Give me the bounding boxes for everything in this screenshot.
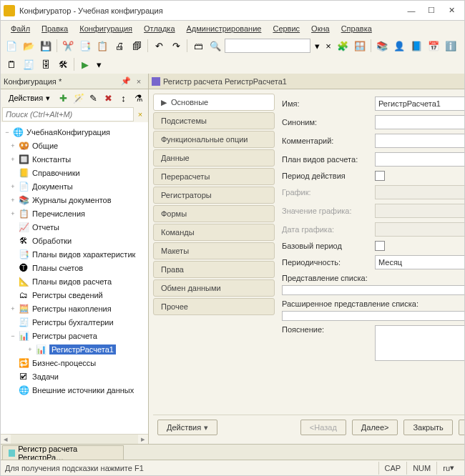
calc-plan-input[interactable] [375, 152, 465, 167]
tree-item-selected[interactable]: +📊РегистрРасчета1 [1, 342, 148, 356]
expander-icon[interactable]: + [8, 197, 18, 204]
list-repr-input[interactable] [282, 285, 465, 295]
search-icon[interactable]: 🔍 [207, 39, 223, 53]
property-tab[interactable]: Обмен данными [153, 279, 275, 297]
panel-pin-icon[interactable]: 📌 [119, 76, 132, 87]
menu-service[interactable]: Сервис [268, 23, 304, 34]
run-icon[interactable]: ▶ [77, 57, 93, 71]
property-tab[interactable]: Формы [153, 205, 275, 222]
property-tab[interactable]: Права [153, 261, 275, 278]
filter-icon[interactable]: ⚗ [132, 91, 145, 105]
property-tab[interactable]: Команды [153, 224, 275, 241]
edit-icon[interactable]: ✎ [87, 91, 100, 105]
tree-item[interactable]: +🧮Регистры накопления [1, 302, 148, 315]
document-tab[interactable]: Регистр расчета РегистрРа… [2, 445, 124, 460]
tree-item[interactable]: 🌐Внешние источники данных [1, 383, 148, 397]
books-icon[interactable]: 📚 [374, 39, 390, 53]
minimize-button[interactable]: — [401, 3, 421, 19]
save-icon[interactable]: 💾 [38, 39, 54, 53]
menu-debug[interactable]: Отладка [140, 23, 179, 34]
tree-search-input[interactable] [2, 107, 134, 122]
up-down-icon[interactable]: ↕ [117, 91, 130, 105]
actions-button[interactable]: Действия ▾ [4, 91, 55, 105]
hscrollbar[interactable]: ◂ ▸ [1, 434, 148, 444]
menu-windows[interactable]: Окна [307, 23, 334, 34]
tree-item[interactable]: 🗂Регистры сведений [1, 288, 148, 302]
tree-item[interactable]: +📄Документы [1, 179, 148, 193]
config-tree[interactable]: − 🌐 УчебнаяКонфигурация +🥨Общие+🔲Констан… [1, 122, 148, 434]
menu-help[interactable]: Справка [337, 23, 376, 34]
tree-item[interactable]: 🅣Планы счетов [1, 261, 148, 274]
close-button[interactable]: Закрыть [403, 420, 452, 435]
action-period-checkbox[interactable] [375, 171, 385, 181]
property-tab[interactable]: Функциональные опции [153, 131, 275, 148]
expander-icon[interactable]: + [8, 183, 18, 190]
run-dropdown-icon[interactable]: ▾ [94, 57, 103, 71]
list-icon[interactable]: 🗒 [4, 57, 19, 71]
next-button[interactable]: Далее> [352, 420, 398, 435]
panel-close-icon[interactable]: × [132, 76, 145, 87]
ext-repr-input[interactable] [282, 311, 465, 321]
name-input[interactable] [375, 96, 465, 111]
tree-item[interactable]: 🧾Регистры бухгалтерии [1, 315, 148, 329]
expander-icon[interactable]: − [2, 129, 12, 136]
tree-item[interactable]: +📋Перечисления [1, 207, 148, 220]
table-icon[interactable]: 🧾 [21, 57, 36, 71]
close-button[interactable]: ✕ [441, 3, 461, 19]
copy-icon[interactable]: 📑 [77, 39, 93, 53]
syntax-icon[interactable]: 📘 [408, 39, 424, 53]
expander-icon[interactable]: + [8, 142, 18, 149]
compare-icon[interactable]: 🪟 [352, 39, 368, 53]
cut-icon[interactable]: ✂️ [60, 39, 76, 53]
add-icon[interactable]: ✚ [57, 91, 70, 105]
tree-item[interactable]: 📒Справочники [1, 166, 148, 179]
print-icon[interactable]: 🖨 [112, 39, 127, 53]
tree-item[interactable]: 🗹Задачи [1, 370, 148, 383]
menu-file[interactable]: Файл [6, 23, 34, 34]
tools-icon[interactable]: 🛠 [55, 57, 71, 71]
calendar-icon[interactable]: 📅 [426, 39, 441, 53]
tree-root[interactable]: − 🌐 УчебнаяКонфигурация [1, 125, 148, 139]
help-button[interactable]: Справка [459, 420, 465, 435]
tree-item[interactable]: 📑Планы видов характеристик [1, 247, 148, 261]
dropdown-icon[interactable]: ▾ [312, 39, 322, 53]
new-icon[interactable]: 📄 [4, 39, 19, 53]
config-icon[interactable]: 🧩 [335, 39, 351, 53]
menu-admin[interactable]: Администрирование [182, 23, 266, 34]
undo-icon[interactable]: ↶ [151, 39, 167, 53]
folder-find-icon[interactable]: 🗃 [190, 39, 206, 53]
info-icon[interactable]: ℹ️ [443, 39, 459, 53]
lang-indicator[interactable]: ru ▾ [436, 462, 460, 475]
expander-icon[interactable]: + [8, 305, 18, 312]
expander-icon[interactable]: + [25, 346, 35, 353]
redo-icon[interactable]: ↷ [168, 39, 184, 53]
tree-item[interactable]: −📊Регистры расчета [1, 329, 148, 342]
tree-item[interactable]: +📚Журналы документов [1, 193, 148, 207]
explanation-textarea[interactable] [375, 325, 465, 361]
property-tab[interactable]: Регистраторы [153, 187, 275, 204]
tree-item[interactable]: 🛠Обработки [1, 234, 148, 247]
tree-item[interactable]: 📈Отчеты [1, 220, 148, 234]
expander-icon[interactable]: + [8, 210, 18, 217]
db-icon[interactable]: 🗄 [38, 57, 54, 71]
stack-icon[interactable]: 🗐 [129, 39, 145, 53]
menu-config[interactable]: Конфигурация [75, 23, 137, 34]
property-tab[interactable]: Перерасчеты [153, 168, 275, 185]
property-tab[interactable]: Подсистемы [153, 112, 275, 129]
actions-button[interactable]: Действия▾ [157, 420, 217, 435]
property-tab[interactable]: Данные [153, 149, 275, 167]
tree-item[interactable]: 📐Планы видов расчета [1, 274, 148, 288]
property-tab[interactable]: ▶Основные [153, 94, 275, 111]
synonym-input[interactable] [375, 115, 465, 129]
tree-item[interactable]: 🔁Бизнес-процессы [1, 356, 148, 370]
clear-search-icon[interactable]: × [323, 39, 333, 53]
wand-icon[interactable]: 🪄 [72, 91, 85, 105]
user-icon[interactable]: 👤 [391, 39, 407, 53]
maximize-button[interactable]: ☐ [421, 3, 441, 19]
expander-icon[interactable]: − [8, 332, 18, 339]
expander-icon[interactable]: + [8, 156, 18, 163]
property-tab[interactable]: Прочее [153, 298, 275, 315]
base-period-checkbox[interactable] [375, 241, 385, 251]
delete-icon[interactable]: ✖ [102, 91, 115, 105]
open-icon[interactable]: 📂 [21, 39, 36, 53]
